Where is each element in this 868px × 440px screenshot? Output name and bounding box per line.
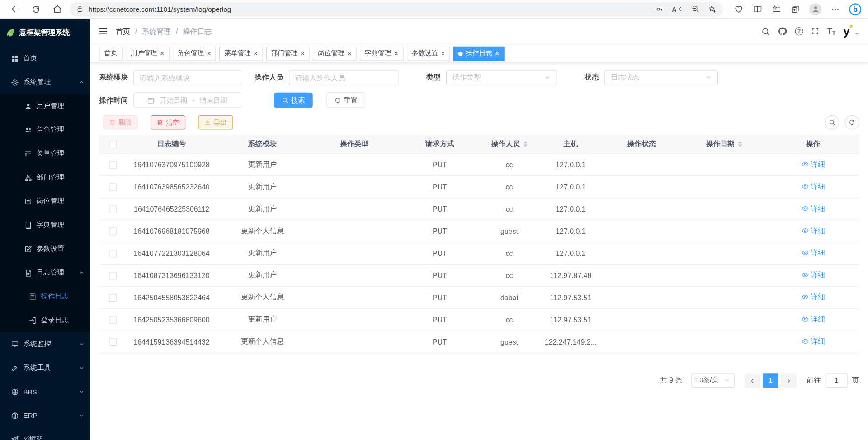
refresh-button[interactable] (28, 1, 44, 17)
row-checkbox[interactable] (109, 294, 117, 302)
cell-host: 127.0.0.1 (539, 242, 603, 264)
browser-essentials-icon[interactable] (734, 5, 744, 14)
breadcrumb-home[interactable]: 首页 (116, 26, 130, 36)
sidebar-item-system-tools[interactable]: 系统工具 (0, 356, 90, 380)
detail-link[interactable]: 详细 (801, 248, 825, 258)
avatar-chevron-down-icon[interactable] (854, 31, 859, 36)
close-icon[interactable]: × (347, 50, 351, 57)
tab-menu-management[interactable]: 菜单管理× (219, 46, 263, 61)
clear-button[interactable]: 清空 (151, 115, 185, 130)
row-checkbox[interactable] (109, 183, 117, 191)
detail-link[interactable]: 详细 (801, 181, 825, 191)
sidebar-item-dict-management[interactable]: 字典管理 (0, 213, 90, 237)
next-page-button[interactable]: › (781, 373, 797, 388)
sidebar-item-param-settings[interactable]: 参数设置 (0, 237, 90, 261)
detail-link[interactable]: 详细 (801, 203, 825, 213)
tab-user-management[interactable]: 用户管理× (126, 46, 169, 61)
tab-role-management[interactable]: 角色管理× (173, 46, 216, 61)
row-checkbox[interactable] (109, 250, 117, 257)
docs-question-icon[interactable]: ? (795, 27, 803, 35)
split-screen-icon[interactable] (753, 5, 762, 14)
sidebar-item-login-log[interactable]: 登录日志 (0, 308, 90, 332)
detail-link[interactable]: 详细 (801, 226, 825, 236)
sidebar-item-system-management[interactable]: 系统管理 (0, 71, 90, 95)
tab-dict-management[interactable]: 字典管理× (360, 46, 403, 61)
detail-link[interactable]: 详细 (801, 336, 825, 346)
sidebar-toggle[interactable] (99, 27, 108, 36)
collections-icon[interactable] (791, 5, 800, 14)
password-key-icon[interactable] (655, 5, 663, 13)
detail-link[interactable]: 详细 (801, 159, 825, 169)
sidebar-item-post-management[interactable]: 岗位管理 (0, 189, 90, 213)
sidebar-item-department-management[interactable]: 部门管理 (0, 166, 90, 189)
sort-carets[interactable] (738, 142, 742, 147)
sort-carets[interactable] (523, 142, 528, 147)
close-icon[interactable]: × (441, 50, 445, 57)
add-favorite-star-icon[interactable] (708, 5, 716, 13)
reset-button[interactable]: 重置 (326, 92, 365, 108)
close-icon[interactable]: × (160, 50, 164, 57)
operator-input[interactable] (289, 70, 398, 85)
sidebar-item-user-management[interactable]: 用户管理 (0, 94, 90, 118)
tab-operation-log[interactable]: 操作日志× (453, 46, 504, 61)
row-checkbox[interactable] (109, 316, 117, 324)
row-checkbox[interactable] (109, 205, 117, 213)
refresh-table-button[interactable] (845, 115, 859, 130)
module-input[interactable] (133, 70, 241, 85)
close-icon[interactable]: × (207, 50, 211, 57)
tab-post-management[interactable]: 岗位管理× (313, 46, 356, 61)
fullscreen-icon[interactable] (811, 27, 819, 35)
close-icon[interactable]: × (394, 50, 398, 57)
sidebar-item-bbs[interactable]: BBS (0, 380, 90, 404)
tab-param-settings[interactable]: 参数设置× (406, 46, 450, 61)
font-size-icon[interactable]: TT (827, 27, 835, 36)
status-select[interactable]: 日志状态 (604, 70, 718, 85)
row-checkbox[interactable] (109, 161, 117, 169)
prev-page-button[interactable]: ‹ (745, 373, 760, 388)
row-checkbox[interactable] (109, 227, 117, 235)
app-logo[interactable]: 意框架管理系统 (0, 19, 90, 47)
sidebar-item-home[interactable]: 首页 (0, 47, 90, 71)
sidebar-item-role-management[interactable]: 角色管理 (0, 118, 90, 142)
sidebar-item-erp[interactable]: ERP (0, 404, 90, 428)
sidebar-item-system-monitor[interactable]: 系统监控 (0, 332, 90, 356)
export-button[interactable]: 导出 (198, 115, 233, 130)
row-checkbox[interactable] (109, 338, 117, 346)
read-aloud-icon[interactable]: A (672, 5, 683, 13)
back-button[interactable] (7, 1, 24, 17)
date-range-picker[interactable]: 开始日期 - 结束日期 (133, 92, 241, 108)
toggle-search-button[interactable] (825, 115, 839, 130)
close-icon[interactable]: × (254, 50, 258, 57)
sidebar-item-operation-log[interactable]: 操作日志 (0, 284, 90, 308)
delete-button[interactable]: 删除 (103, 115, 138, 130)
page-1-button[interactable]: 1 (763, 373, 778, 388)
detail-link[interactable]: 详细 (801, 270, 825, 280)
bing-discover-icon[interactable]: b (849, 3, 861, 15)
close-icon[interactable]: × (301, 50, 305, 57)
favorites-bar-icon[interactable] (772, 5, 781, 14)
sidebar-item-yi-framework[interactable]: Yi框架 (0, 427, 90, 440)
goto-page-input[interactable] (826, 373, 848, 388)
sidebar-item-menu-management[interactable]: 菜单管理 (0, 142, 90, 166)
detail-link[interactable]: 详细 (801, 314, 825, 324)
select-all-checkbox[interactable] (109, 140, 117, 148)
cell-method: PUT (400, 286, 479, 308)
tab-home[interactable]: 首页 (99, 46, 122, 61)
search-button[interactable]: 搜索 (274, 92, 313, 108)
home-button[interactable] (49, 1, 66, 17)
detail-link[interactable]: 详细 (801, 292, 825, 302)
close-icon[interactable]: × (495, 50, 499, 57)
url-text[interactable]: https://ccnetcore.com:1101/system/log/op… (89, 5, 650, 13)
header-search-icon[interactable] (761, 27, 770, 36)
browser-profile-avatar[interactable] (809, 3, 821, 15)
more-options-icon[interactable] (831, 5, 840, 14)
github-icon[interactable] (778, 27, 787, 36)
address-bar[interactable]: https://ccnetcore.com:1101/system/log/op… (70, 2, 723, 16)
tab-department-management[interactable]: 部门管理× (266, 46, 310, 61)
type-select[interactable]: 操作类型 (446, 70, 557, 85)
zoom-out-icon[interactable] (691, 5, 699, 13)
sidebar-item-log-management[interactable]: 日志管理 (0, 261, 90, 285)
user-avatar[interactable]: y (843, 25, 849, 37)
page-size-select[interactable]: 10条/页 (691, 373, 735, 388)
row-checkbox[interactable] (109, 272, 117, 279)
